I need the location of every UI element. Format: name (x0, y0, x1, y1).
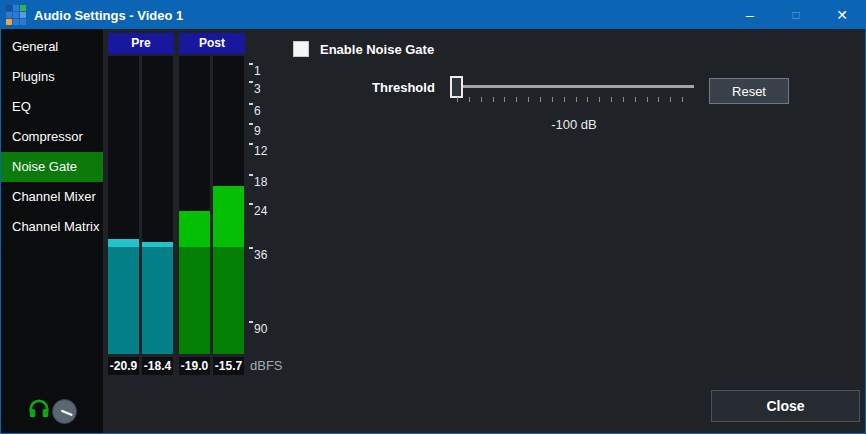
audio-settings-window: Audio Settings - Video 1 – □ ✕ General P… (0, 0, 866, 434)
meter-pre-left (108, 56, 139, 354)
meter-value-post-right: -15.7 (213, 357, 244, 375)
meter-group-label-pre: Pre (108, 33, 174, 54)
enable-noise-gate-label: Enable Noise Gate (320, 42, 434, 57)
window-title: Audio Settings - Video 1 (34, 8, 183, 23)
reset-button[interactable]: Reset (709, 78, 789, 104)
window-controls: – □ ✕ (727, 1, 865, 29)
meter-unit-label: dBFS (250, 357, 283, 375)
sidebar-item-channel-matrix[interactable]: Channel Matrix (1, 212, 103, 242)
scale-tick-label: 18 (254, 175, 267, 189)
minimize-button[interactable]: – (727, 1, 773, 29)
enable-noise-gate-checkbox[interactable] (293, 41, 309, 57)
meter-value-post-left: -19.0 (179, 357, 210, 375)
meter-post-right (213, 56, 244, 354)
meter-bar (108, 239, 139, 354)
threshold-label: Threshold (372, 80, 435, 95)
scale-tick-label: 24 (254, 204, 267, 218)
meter-group-label-post: Post (179, 33, 245, 54)
sidebar-item-noise-gate[interactable]: Noise Gate (1, 152, 103, 182)
threshold-slider-track[interactable] (454, 85, 694, 88)
scale-tick-label: 6 (254, 104, 261, 118)
monitor-volume-knob[interactable] (52, 399, 77, 424)
meter-pre-right (142, 56, 173, 354)
meter-value-pre-left: -20.9 (108, 357, 139, 375)
maximize-button: □ (773, 1, 819, 29)
meter-value-pre-right: -18.4 (142, 357, 173, 375)
threshold-slider-thumb[interactable] (450, 76, 463, 98)
settings-sidebar: General Plugins EQ Compressor Noise Gate… (1, 29, 103, 433)
threshold-slider-ticks (457, 97, 694, 102)
close-button[interactable]: Close (711, 390, 860, 422)
headphones-icon[interactable] (28, 398, 50, 420)
threshold-value: -100 dB (454, 117, 694, 132)
titlebar: Audio Settings - Video 1 – □ ✕ (1, 1, 865, 29)
meter-bar (213, 186, 244, 354)
sidebar-item-general[interactable]: General (1, 32, 103, 62)
scale-tick-label: 36 (254, 248, 267, 262)
scale-tick-label: 1 (254, 64, 261, 78)
meter-bar (142, 242, 173, 354)
scale-tick-label: 9 (254, 124, 261, 138)
sidebar-item-compressor[interactable]: Compressor (1, 122, 103, 152)
meter-db-scale: 1 3 6 9 12 18 24 36 90 (250, 56, 284, 356)
meter-bar (179, 211, 210, 354)
close-window-button[interactable]: ✕ (819, 1, 865, 29)
meter-post-left (179, 56, 210, 354)
sidebar-item-plugins[interactable]: Plugins (1, 62, 103, 92)
sidebar-item-channel-mixer[interactable]: Channel Mixer (1, 182, 103, 212)
scale-tick-label: 3 (254, 82, 261, 96)
scale-tick-label: 12 (254, 144, 267, 158)
scale-tick-label: 90 (254, 322, 267, 336)
app-logo-icon (6, 5, 26, 25)
sidebar-item-eq[interactable]: EQ (1, 92, 103, 122)
